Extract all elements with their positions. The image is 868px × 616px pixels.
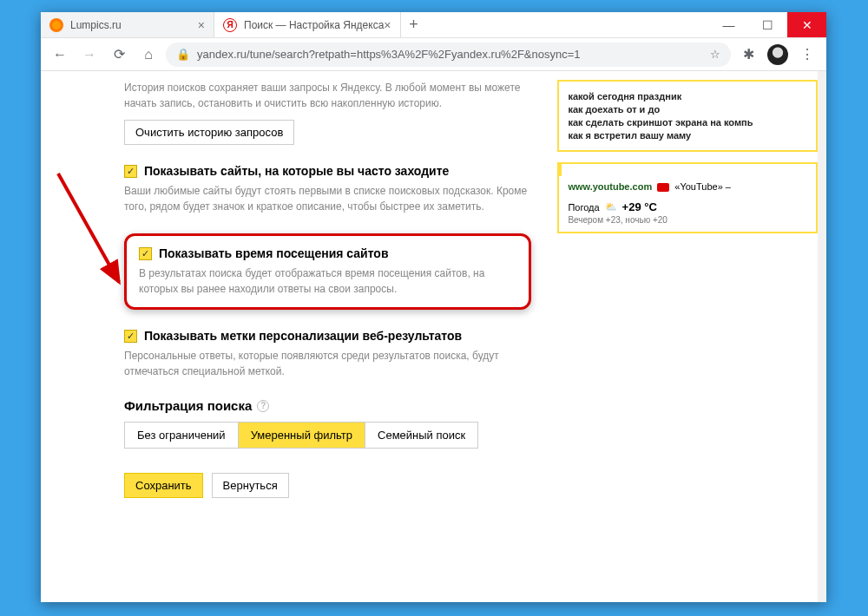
tab-title: Lumpics.ru <box>70 19 122 31</box>
new-tab-button[interactable]: + <box>401 12 427 37</box>
minimize-button[interactable]: — <box>709 12 748 37</box>
weather-forecast: Вечером +23, ночью +20 <box>568 215 807 225</box>
clear-history-button[interactable]: Очистить историю запросов <box>124 120 294 145</box>
suggestions-preview: какой сегодня праздник как доехать от и … <box>557 80 818 152</box>
home-button[interactable]: ⌂ <box>136 43 161 67</box>
extensions-icon[interactable]: ✱ <box>736 43 760 67</box>
checkbox-label: Показывать время посещения сайтов <box>159 246 389 260</box>
browser-window: Lumpics.ru × Я Поиск — Настройка Яндекса… <box>41 12 826 602</box>
star-icon[interactable]: ☆ <box>710 48 720 61</box>
filter-option-none[interactable]: Без ограничений <box>125 423 239 448</box>
option-personalization-marks: ✓ Показывать метки персонализации веб-ре… <box>124 329 531 379</box>
tab-lumpics[interactable]: Lumpics.ru × <box>41 12 214 37</box>
checkbox-label: Показывать сайты, на которые вы часто за… <box>144 164 449 178</box>
close-window-button[interactable]: ✕ <box>787 12 826 37</box>
profile-avatar[interactable] <box>766 43 790 67</box>
option-visit-time: ✓ Показывать время посещения сайтов В ре… <box>124 233 531 310</box>
option-description: В результатах поиска будет отображаться … <box>139 265 516 297</box>
youtube-icon <box>657 183 669 192</box>
window-controls: — ☐ ✕ <box>709 12 826 37</box>
weather-icon: ⛅ <box>605 201 617 213</box>
address-bar: ← → ⟳ ⌂ 🔒 yandex.ru/tune/search?retpath=… <box>41 38 826 71</box>
suggestion-item: как сделать скриншот экрана на компь <box>568 117 807 128</box>
url-field[interactable]: 🔒 yandex.ru/tune/search?retpath=https%3A… <box>166 43 731 67</box>
filter-option-moderate[interactable]: Умеренный фильтр <box>239 423 365 448</box>
forward-button[interactable]: → <box>77 43 102 67</box>
menu-icon[interactable]: ⋮ <box>795 43 819 67</box>
filter-option-family[interactable]: Семейный поиск <box>365 423 477 448</box>
filter-section: Фильтрация поиска ? Без ограничений Умер… <box>124 398 531 449</box>
help-icon[interactable]: ? <box>257 400 269 412</box>
page-content: История поисков сохраняет ваши запросы к… <box>41 71 826 602</box>
suggestion-item: как я встретил вашу маму <box>568 130 807 141</box>
option-description: Ваши любимые сайты будут стоять первыми … <box>124 183 531 214</box>
site-preview: www.youtube.com «YouTube» – Погода ⛅ +29… <box>557 162 818 233</box>
lock-icon: 🔒 <box>176 48 190 61</box>
option-description: Персональные ответы, которые появляются … <box>124 348 531 379</box>
checkbox-personalization[interactable]: ✓ <box>124 330 137 343</box>
checkbox-visit-time[interactable]: ✓ <box>139 247 152 260</box>
filter-heading: Фильтрация поиска ? <box>124 398 531 413</box>
back-button[interactable]: Вернуться <box>212 473 289 498</box>
option-frequent-sites: ✓ Показывать сайты, на которые вы часто … <box>124 164 531 214</box>
suggestion-item: как доехать от и до <box>568 104 807 115</box>
suggestion-item: какой сегодня праздник <box>568 91 807 102</box>
maximize-button[interactable]: ☐ <box>748 12 787 37</box>
tab-title: Поиск — Настройка Яндекса <box>244 19 384 31</box>
main-column: История поисков сохраняет ваши запросы к… <box>124 80 531 602</box>
preview-name: «YouTube» – <box>674 181 731 192</box>
url-text: yandex.ru/tune/search?retpath=https%3A%2… <box>197 48 581 61</box>
reload-button[interactable]: ⟳ <box>107 43 131 67</box>
tab-yandex-settings[interactable]: Я Поиск — Настройка Яндекса × <box>214 12 401 37</box>
favicon-lumpics <box>49 18 63 32</box>
weather-label: Погода <box>568 202 599 213</box>
scrollbar[interactable] <box>818 71 826 602</box>
sidebar: какой сегодня праздник как доехать от и … <box>557 80 818 602</box>
back-button[interactable]: ← <box>48 43 72 67</box>
preview-url: www.youtube.com <box>568 181 652 192</box>
checkbox-label: Показывать метки персонализации веб-резу… <box>144 329 462 343</box>
save-button[interactable]: Сохранить <box>124 473 203 498</box>
close-icon[interactable]: × <box>198 18 205 32</box>
weather-temp: +29 °C <box>622 200 657 213</box>
action-buttons: Сохранить Вернуться <box>124 473 531 498</box>
favicon-yandex: Я <box>223 18 237 32</box>
titlebar: Lumpics.ru × Я Поиск — Настройка Яндекса… <box>41 12 826 38</box>
filter-segment: Без ограничений Умеренный фильтр Семейны… <box>124 422 478 449</box>
checkbox-frequent-sites[interactable]: ✓ <box>124 165 137 178</box>
close-icon[interactable]: × <box>384 18 391 32</box>
history-description: История поисков сохраняет ваши запросы к… <box>124 80 531 111</box>
weather-row: Погода ⛅ +29 °C <box>568 200 807 213</box>
